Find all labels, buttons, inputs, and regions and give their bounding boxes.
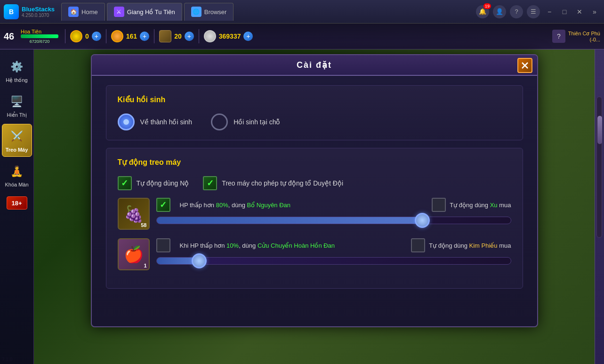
item-desc-prefix-2: Khi HP thấp hơn [180, 242, 227, 249]
silver-icon [204, 30, 216, 42]
sidebar-label-khoa-man: Khóa Màn [5, 182, 28, 187]
item-desc-prefix-1: HP thấp hơn [180, 202, 216, 209]
item-percent-1: 80% [216, 202, 228, 209]
item-emoji-2: 🍎 [124, 245, 144, 264]
modal-overlay: Cài đặt Kiểu hồi sinh Về thành hồi sinh [34, 49, 595, 364]
item-controls-1: HP thấp hơn 80%, dùng Bổ Nguyên Đan Tự đ… [156, 198, 511, 224]
sidebar-label-treo-may: Treo Máy [6, 147, 28, 153]
hp-text: 6720/6720 [21, 39, 58, 44]
right-deco [595, 49, 604, 364]
settings-close-btn[interactable] [517, 58, 532, 73]
tab-game[interactable]: ⚔ Giang Hồ Tu Tiên [107, 3, 182, 21]
currency2-value: 161 [126, 32, 137, 40]
checkbox-duyet-doi-box[interactable] [203, 176, 217, 190]
item-auto-check-1[interactable] [432, 198, 446, 212]
settings-body: Kiểu hồi sinh Về thành hồi sinh Hồi sinh… [92, 76, 537, 326]
add-currency1-btn[interactable]: + [92, 32, 101, 41]
sidebar-item-treo-may[interactable]: ⚔️ Treo Máy [2, 124, 32, 157]
game-area: 46 Hoa Tiên 6720/6720 0 + 161 + 20 + 369… [0, 24, 604, 364]
hud-player-name: Hoa Tiên [21, 29, 56, 34]
bluestacks-topbar: B BlueStacks 4.250.0.1070 🏠 Home ⚔ Giang… [0, 0, 604, 24]
meditate-icon: 🧘 [8, 163, 25, 180]
hud-level: 46 [4, 31, 18, 42]
settings-title: Cài đặt [297, 60, 332, 70]
slider-fill-1 [157, 217, 422, 224]
bluestacks-logo: B BlueStacks 4.250.0.1070 [4, 4, 55, 19]
currency1-value: 0 [85, 32, 89, 40]
slider-thumb-1[interactable] [415, 213, 430, 228]
notification-btn[interactable]: 🔔 [476, 5, 489, 18]
help-btn[interactable]: ? [510, 5, 523, 18]
slider-2[interactable] [156, 257, 511, 265]
item-main-row-1: HP thấp hơn 80%, dùng Bổ Nguyên Đan Tự đ… [156, 198, 511, 212]
bs-app-name: BlueStacks [22, 6, 55, 13]
hud-bar: 46 Hoa Tiên 6720/6720 0 + 161 + 20 + 369… [0, 24, 604, 49]
item-main-row-2: Khi HP thấp hơn 10%, dùng Cửu Chuyển Hoà… [156, 238, 511, 252]
item-desc-2: Khi HP thấp hơn 10%, dùng Cửu Chuyển Hoà… [180, 242, 402, 249]
item-auto-1: Tự động dùng Xu mua [432, 198, 511, 212]
item-auto-label-2: Tự động dùng Kim Phiếu mua [429, 242, 511, 249]
radio-ve-thanh-label: Về thành hồi sinh [140, 118, 193, 126]
sidebar-label-hien-thi: Hiển Thị [7, 112, 26, 118]
respawn-title: Kiểu hồi sinh [118, 95, 511, 104]
tab-home[interactable]: 🏠 Home [61, 3, 105, 21]
checkbox-tu-dong-no-box[interactable] [118, 176, 132, 190]
more-btn[interactable]: » [589, 6, 600, 17]
section-respawn: Kiểu hồi sinh Về thành hồi sinh Hồi sinh… [106, 85, 523, 140]
gear-icon: ⚙️ [8, 58, 25, 75]
add-currency2-btn[interactable]: + [140, 32, 149, 41]
item-check-2[interactable] [156, 238, 170, 252]
tab-browser-label: Browser [204, 8, 227, 16]
radio-row: Về thành hồi sinh Hồi sinh tại chỗ [118, 113, 511, 130]
radio-ve-thanh[interactable]: Về thành hồi sinh [118, 113, 193, 130]
item-auto-2: Tự động dùng Kim Phiếu mua [411, 238, 511, 252]
minimize-btn[interactable]: − [544, 6, 555, 17]
tab-browser[interactable]: 🌐 Browser [184, 3, 234, 21]
browser-tab-icon: 🌐 [191, 7, 201, 17]
maximize-btn[interactable]: □ [559, 6, 570, 17]
settings-content: Kiểu hồi sinh Về thành hồi sinh Hồi sinh… [97, 81, 532, 322]
slider-1[interactable] [156, 217, 511, 224]
item-desc-suffix-1: , dùng [228, 202, 247, 209]
sidebar-item-hien-thi[interactable]: 🖥️ Hiển Thị [2, 89, 32, 122]
bs-controls: 🔔 👤 ? ☰ − □ ✕ » [476, 5, 600, 18]
tab-game-label: Giang Hồ Tu Tiên [127, 8, 175, 16]
item-desc-1: HP thấp hơn 80%, dùng Bổ Nguyên Đan [180, 202, 423, 209]
checkbox-tu-dong-no-label: Tự động dùng Nộ [137, 179, 189, 187]
right-scrollbar[interactable] [596, 97, 602, 238]
item-emoji-1: 🍇 [124, 204, 144, 223]
sidebar-item-khoa-man[interactable]: 🧘 Khóa Màn [2, 159, 32, 192]
add-currency4-btn[interactable]: + [243, 32, 253, 41]
item-row-2: 🍎 1 Khi HP thấp hơn 10%, dùng Cửu Chuyển… [118, 238, 511, 270]
item-badge-2: 1 [144, 263, 146, 268]
item-check-1[interactable] [156, 198, 170, 212]
bs-version: 4.250.0.1070 [22, 13, 55, 18]
slider-thumb-2[interactable] [192, 253, 207, 268]
menu-btn[interactable]: ☰ [527, 5, 540, 18]
radio-hoi-sinh-cho[interactable]: Hồi sinh tại chỗ [211, 113, 280, 130]
sword-icon: ⚔️ [8, 128, 25, 145]
checkbox-duyet-doi[interactable]: Treo máy cho phép tự động tổ Duyệt Đội [203, 176, 343, 190]
item-controls-2: Khi HP thấp hơn 10%, dùng Cửu Chuyển Hoà… [156, 238, 511, 265]
hp-bar-container: 6720/6720 [21, 34, 58, 44]
close-window-btn[interactable]: ✕ [574, 6, 585, 17]
auto-hang-title: Tự động treo máy [118, 158, 511, 167]
coin-icon [111, 30, 123, 42]
section-auto-hang: Tự động treo máy Tự động dùng Nộ Treo má… [106, 148, 523, 289]
settings-panel: Cài đặt Kiểu hồi sinh Về thành hồi sinh [91, 54, 538, 327]
sidebar-item-he-thong[interactable]: ⚙️ Hệ thống [2, 54, 32, 87]
add-currency3-btn[interactable]: + [185, 32, 194, 41]
hud-question-btn[interactable]: ? [552, 30, 565, 43]
badge-18-plus: 18+ [7, 196, 27, 210]
item-auto-check-2[interactable] [411, 238, 425, 252]
checkbox-tu-dong-no[interactable]: Tự động dùng Nộ [118, 176, 189, 190]
left-sidebar: ⚙️ Hệ thống 🖥️ Hiển Thị ⚔️ Treo Máy 🧘 Kh… [0, 49, 34, 364]
bag-icon [159, 30, 171, 42]
right-scroll-thumb[interactable] [597, 116, 602, 144]
item-desc-suffix-2: , dùng [239, 242, 258, 249]
account-btn[interactable]: 👤 [493, 5, 506, 18]
checkbox-row-1: Tự động dùng Nộ Treo máy cho phép tự độn… [118, 176, 511, 190]
settings-header: Cài đặt [92, 55, 537, 76]
currency4-value: 369337 [219, 32, 241, 40]
item-icon-1: 🍇 58 [118, 198, 150, 230]
